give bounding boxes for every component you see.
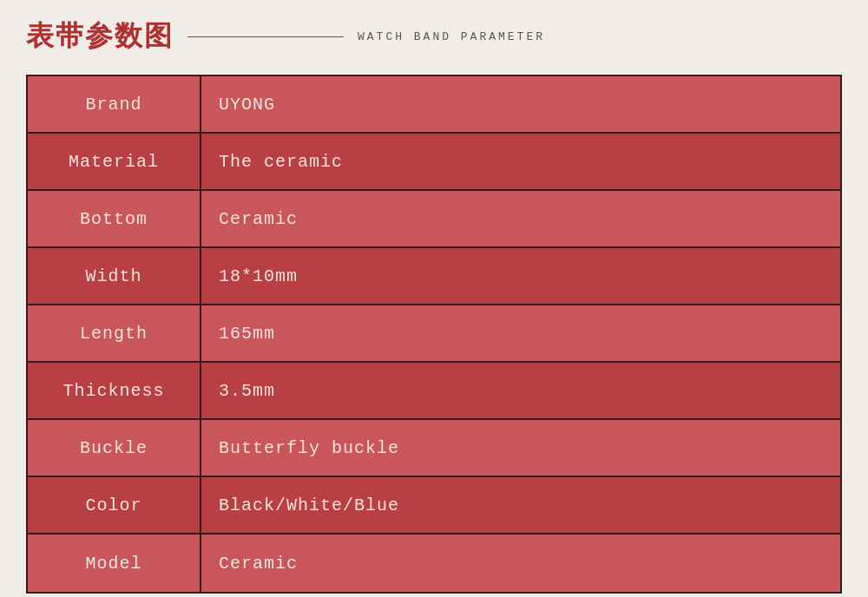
header: 表带参数图 WATCH BAND PARAMETER [26,17,842,56]
title-chinese: 表带参数图 [26,17,174,56]
header-divider [187,36,344,37]
cell-value: Black/White/Blue [201,477,840,533]
cell-value: 165mm [201,305,840,361]
table-row: BottomCeramic [28,191,840,248]
table-row: Width18*10mm [28,248,840,305]
cell-value: Butterfly buckle [201,420,840,476]
cell-label: Width [28,248,201,304]
cell-label: Model [28,535,201,592]
cell-value: 3.5mm [201,363,840,418]
parameter-table: BrandUYONGMaterialThe ceramicBottomCeram… [26,75,842,594]
cell-value: Ceramic [201,535,840,592]
cell-label: Brand [28,76,201,132]
cell-value: UYONG [201,76,840,132]
page-container: 表带参数图 WATCH BAND PARAMETER BrandUYONGMat… [0,0,868,597]
table-row: BuckleButterfly buckle [28,420,840,477]
table-row: Thickness3.5mm [28,363,840,420]
table-row: MaterialThe ceramic [28,134,840,191]
cell-label: Thickness [28,363,201,418]
cell-value: The ceramic [201,134,840,189]
cell-value: Ceramic [201,191,840,246]
table-row: BrandUYONG [28,76,840,134]
table-row: Length165mm [28,305,840,363]
cell-label: Material [28,134,201,189]
cell-value: 18*10mm [201,248,840,304]
cell-label: Buckle [28,420,201,476]
cell-label: Bottom [28,191,201,246]
cell-label: Length [28,305,201,361]
table-row: ColorBlack/White/Blue [28,477,840,535]
cell-label: Color [28,477,201,533]
title-english: WATCH BAND PARAMETER [358,30,545,43]
table-row: ModelCeramic [28,535,840,592]
